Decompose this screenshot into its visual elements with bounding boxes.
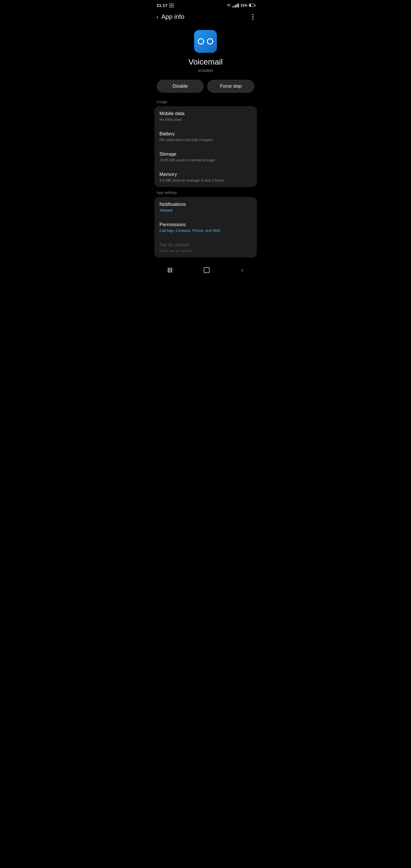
back-button[interactable]: ‹ [157,14,159,20]
signal-bar-2 [234,6,234,7]
signal-bar-5 [238,3,239,7]
signal-bars [232,3,239,7]
usage-section-label: Usage [152,100,259,106]
signal-bar-4 [236,4,238,7]
battery-subtitle: 0% used since last fully charged [160,137,252,142]
battery-title: Battery [160,131,252,137]
app-name: Voicemail [188,57,223,66]
h-arrows: ↑ ↓ [230,3,231,8]
more-options-button[interactable] [251,13,255,21]
battery-percent: 31% [240,3,247,7]
app-status: Installed [198,68,213,73]
back-nav-icon: ‹ [241,267,243,273]
app-settings-section-label: App settings [152,190,259,197]
notifications-item[interactable]: Notifications Allowed [154,197,257,217]
memory-subtitle: 9.9 MB used on average in last 3 hours [160,178,252,182]
storage-item[interactable]: Storage 19.95 MB used in internal storag… [154,147,257,167]
voicemail-circle-left [198,38,204,44]
top-bar: ‹ App info [152,9,259,25]
notifications-subtitle: Allowed [160,208,252,212]
top-bar-left: ‹ App info [157,13,184,21]
status-bar: 11:17 H H ↑ ↓ 31% [152,0,259,9]
storage-title: Storage [160,151,252,157]
app-icon [194,30,217,53]
mobile-data-title: Mobile data [160,111,252,117]
more-dot-1 [252,14,253,15]
nav-bar: ‹ [152,261,259,280]
memory-item[interactable]: Memory 9.9 MB used on average in last 3 … [154,167,257,187]
more-dot-2 [252,16,253,18]
status-right: H ↑ ↓ 31% [227,3,254,8]
action-buttons: Disable Force stop [152,80,259,100]
mobile-data-item[interactable]: Mobile data No data used [154,106,257,126]
set-as-default-title: Set as default [160,242,252,248]
home-icon [204,267,210,273]
app-header: Voicemail Installed [152,25,259,80]
h-indicator: H ↑ ↓ [227,3,231,8]
signal-bar-3 [235,5,236,7]
status-left: 11:17 H [157,3,174,8]
disable-button[interactable]: Disable [157,80,204,93]
home-button[interactable] [198,265,215,275]
notifications-title: Notifications [160,202,252,207]
battery-icon [249,4,255,7]
battery-item[interactable]: Battery 0% used since last fully charged [154,126,257,147]
usage-card: Mobile data No data used Battery 0% used… [154,106,257,187]
set-as-default-item[interactable]: Set as default None set as default [154,238,257,257]
back-nav-button[interactable]: ‹ [235,265,249,276]
network-type: H [169,3,174,8]
more-dot-3 [252,19,253,20]
set-as-default-subtitle: None set as default [160,249,252,253]
app-settings-card: Notifications Allowed Permissions Call l… [154,197,257,257]
status-time: 11:17 [157,3,167,8]
signal-bar-1 [232,6,233,7]
permissions-item[interactable]: Permissions Call logs, Contacts, Phone, … [154,217,257,238]
voicemail-circle-right [207,38,213,44]
recents-button[interactable] [162,265,178,275]
storage-subtitle: 19.95 MB used in internal storage [160,158,252,162]
recents-icon [168,268,172,273]
voicemail-logo [198,38,213,44]
permissions-subtitle: Call logs, Contacts, Phone, and SMS [160,228,252,233]
permissions-title: Permissions [160,222,252,227]
mobile-data-subtitle: No data used [160,117,252,122]
force-stop-button[interactable]: Force stop [207,80,255,93]
page-title: App info [161,13,184,21]
memory-title: Memory [160,172,252,177]
battery-fill [249,4,251,6]
